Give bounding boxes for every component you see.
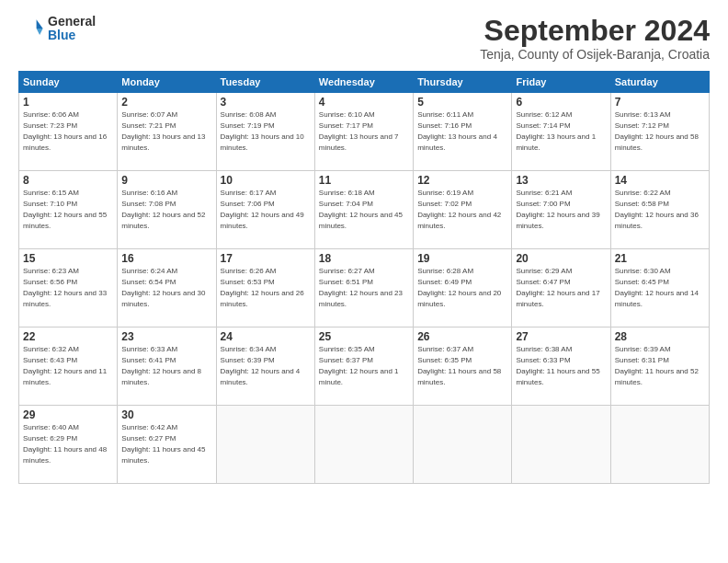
day-number: 6 [516,96,606,109]
day-number: 4 [319,96,409,109]
day-info: Sunrise: 6:22 AMSunset: 6:58 PMDaylight:… [615,189,699,229]
table-row: 27Sunrise: 6:38 AMSunset: 6:33 PMDayligh… [512,327,610,406]
month-title: September 2024 [480,15,710,47]
day-number: 12 [417,174,507,187]
logo: General Blue [18,15,96,43]
col-saturday: Saturday [610,72,709,93]
svg-marker-0 [37,20,43,29]
table-row: 2Sunrise: 6:07 AMSunset: 7:21 PMDaylight… [118,93,216,171]
col-sunday: Sunday [19,72,118,93]
day-info: Sunrise: 6:34 AMSunset: 6:39 PMDaylight:… [221,345,301,385]
calendar-page: General Blue September 2024 Tenja, Count… [0,0,728,563]
table-row [512,406,610,484]
table-row: 16Sunrise: 6:24 AMSunset: 6:54 PMDayligh… [118,249,216,327]
table-row: 8Sunrise: 6:15 AMSunset: 7:10 PMDaylight… [19,171,118,249]
day-info: Sunrise: 6:06 AMSunset: 7:23 PMDaylight:… [23,110,107,151]
day-info: Sunrise: 6:21 AMSunset: 7:00 PMDaylight:… [516,189,599,229]
table-row: 21Sunrise: 6:30 AMSunset: 6:45 PMDayligh… [610,249,709,327]
day-info: Sunrise: 6:29 AMSunset: 6:47 PMDaylight:… [516,267,599,307]
day-number: 7 [615,96,705,109]
day-number: 10 [221,174,311,187]
calendar-week-row: 15Sunrise: 6:23 AMSunset: 6:56 PMDayligh… [19,249,710,327]
table-row: 25Sunrise: 6:35 AMSunset: 6:37 PMDayligh… [314,327,413,406]
day-number: 14 [615,174,705,187]
day-number: 19 [417,252,507,265]
table-row: 23Sunrise: 6:33 AMSunset: 6:41 PMDayligh… [118,327,216,406]
table-row: 9Sunrise: 6:16 AMSunset: 7:08 PMDaylight… [118,171,216,249]
day-number: 17 [221,252,311,265]
day-number: 28 [615,330,705,343]
day-number: 2 [121,96,211,109]
day-number: 30 [121,408,211,421]
day-number: 8 [23,174,113,187]
calendar-week-row: 22Sunrise: 6:32 AMSunset: 6:43 PMDayligh… [19,327,710,406]
location-subtitle: Tenja, County of Osijek-Baranja, Croatia [480,47,710,62]
day-info: Sunrise: 6:38 AMSunset: 6:33 PMDaylight:… [516,345,599,385]
col-monday: Monday [118,72,216,93]
table-row [610,406,709,484]
day-info: Sunrise: 6:39 AMSunset: 6:31 PMDaylight:… [615,345,699,385]
table-row: 6Sunrise: 6:12 AMSunset: 7:14 PMDaylight… [512,93,610,171]
day-number: 29 [23,408,113,421]
table-row: 7Sunrise: 6:13 AMSunset: 7:12 PMDaylight… [610,93,709,171]
col-tuesday: Tuesday [216,72,314,93]
day-info: Sunrise: 6:12 AMSunset: 7:14 PMDaylight:… [516,110,596,151]
logo-text: General Blue [48,15,96,43]
day-number: 13 [516,174,606,187]
day-info: Sunrise: 6:17 AMSunset: 7:06 PMDaylight:… [221,189,304,229]
day-info: Sunrise: 6:10 AMSunset: 7:17 PMDaylight:… [319,110,399,151]
day-info: Sunrise: 6:23 AMSunset: 6:56 PMDaylight:… [23,267,107,307]
table-row [314,406,413,484]
col-friday: Friday [512,72,610,93]
table-row: 10Sunrise: 6:17 AMSunset: 7:06 PMDayligh… [216,171,314,249]
logo-general-label: General [48,15,96,29]
table-row: 17Sunrise: 6:26 AMSunset: 6:53 PMDayligh… [216,249,314,327]
day-number: 3 [221,96,311,109]
day-number: 16 [121,252,211,265]
table-row [414,406,512,484]
table-row: 20Sunrise: 6:29 AMSunset: 6:47 PMDayligh… [512,249,610,327]
day-number: 11 [319,174,409,187]
day-info: Sunrise: 6:15 AMSunset: 7:10 PMDaylight:… [23,189,107,229]
day-info: Sunrise: 6:11 AMSunset: 7:16 PMDaylight:… [417,110,497,151]
day-info: Sunrise: 6:33 AMSunset: 6:41 PMDaylight:… [121,345,201,385]
day-number: 21 [615,252,705,265]
table-row [216,406,314,484]
table-row: 19Sunrise: 6:28 AMSunset: 6:49 PMDayligh… [414,249,512,327]
day-info: Sunrise: 6:40 AMSunset: 6:29 PMDaylight:… [23,423,107,464]
day-info: Sunrise: 6:42 AMSunset: 6:27 PMDaylight:… [121,423,205,464]
day-info: Sunrise: 6:35 AMSunset: 6:37 PMDaylight:… [319,345,399,385]
day-number: 23 [121,330,211,343]
table-row: 3Sunrise: 6:08 AMSunset: 7:19 PMDaylight… [216,93,314,171]
day-info: Sunrise: 6:37 AMSunset: 6:35 PMDaylight:… [417,345,501,385]
col-wednesday: Wednesday [314,72,413,93]
day-info: Sunrise: 6:08 AMSunset: 7:19 PMDaylight:… [221,110,304,151]
day-number: 25 [319,330,409,343]
calendar-week-row: 1Sunrise: 6:06 AMSunset: 7:23 PMDaylight… [19,93,710,171]
day-number: 9 [121,174,211,187]
table-row: 11Sunrise: 6:18 AMSunset: 7:04 PMDayligh… [314,171,413,249]
logo-icon [18,16,44,41]
day-info: Sunrise: 6:19 AMSunset: 7:02 PMDaylight:… [417,189,501,229]
day-number: 1 [23,96,113,109]
calendar-table: Sunday Monday Tuesday Wednesday Thursday… [18,71,710,484]
day-info: Sunrise: 6:30 AMSunset: 6:45 PMDaylight:… [615,267,699,307]
day-info: Sunrise: 6:13 AMSunset: 7:12 PMDaylight:… [615,110,699,151]
day-info: Sunrise: 6:07 AMSunset: 7:21 PMDaylight:… [121,110,205,151]
day-info: Sunrise: 6:27 AMSunset: 6:51 PMDaylight:… [319,267,403,307]
day-number: 5 [417,96,507,109]
table-row: 4Sunrise: 6:10 AMSunset: 7:17 PMDaylight… [314,93,413,171]
logo-blue-label: Blue [48,29,96,42]
table-row: 5Sunrise: 6:11 AMSunset: 7:16 PMDaylight… [414,93,512,171]
col-thursday: Thursday [414,72,512,93]
table-row: 30Sunrise: 6:42 AMSunset: 6:27 PMDayligh… [118,406,216,484]
day-info: Sunrise: 6:24 AMSunset: 6:54 PMDaylight:… [121,267,205,307]
table-row: 1Sunrise: 6:06 AMSunset: 7:23 PMDaylight… [19,93,118,171]
day-number: 26 [417,330,507,343]
table-row: 28Sunrise: 6:39 AMSunset: 6:31 PMDayligh… [610,327,709,406]
table-row: 13Sunrise: 6:21 AMSunset: 7:00 PMDayligh… [512,171,610,249]
table-row: 18Sunrise: 6:27 AMSunset: 6:51 PMDayligh… [314,249,413,327]
day-info: Sunrise: 6:28 AMSunset: 6:49 PMDaylight:… [417,267,501,307]
day-number: 22 [23,330,113,343]
table-row: 26Sunrise: 6:37 AMSunset: 6:35 PMDayligh… [414,327,512,406]
